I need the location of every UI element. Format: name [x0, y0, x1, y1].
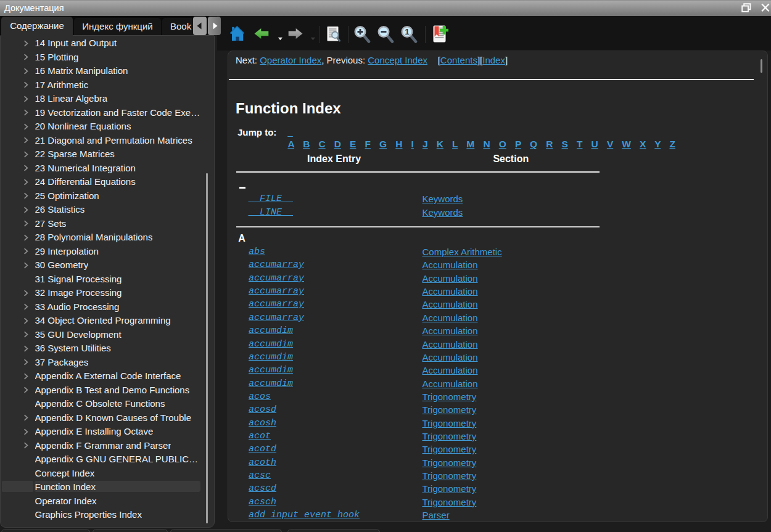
svg-text:1: 1 [405, 27, 410, 36]
